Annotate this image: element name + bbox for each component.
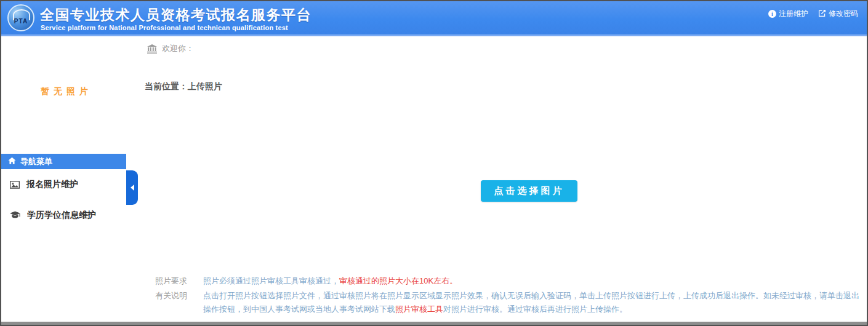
change-password-link[interactable]: 修改密码 bbox=[818, 9, 858, 19]
pta-logo-icon: PTA bbox=[7, 4, 34, 31]
select-image-button[interactable]: 点击选择图片 bbox=[481, 180, 577, 202]
chevron-left-icon bbox=[131, 185, 134, 191]
photo-requirement-text-highlight: 审核通过的照片大小在10K左右。 bbox=[339, 276, 457, 285]
sidebar-item-photo-maintenance[interactable]: 报名照片维护 bbox=[10, 178, 127, 191]
change-password-label: 修改密码 bbox=[829, 9, 858, 19]
register-maintenance-link[interactable]: i 注册维护 bbox=[768, 9, 808, 19]
app-window: PTA 全国专业技术人员资格考试报名服务平台 Service platform … bbox=[0, 0, 868, 326]
sidebar-item-label: 报名照片维护 bbox=[26, 179, 78, 190]
photo-requirement-text: 照片必须通过照片审核工具审核通过，审核通过的照片大小在10K左右。 bbox=[203, 274, 862, 288]
sidebar-item-label: 学历学位信息维护 bbox=[27, 210, 96, 221]
instructions-row: 有关说明 点击打开照片按钮选择照片文件，通过审核照片将在照片显示区域显示照片效果… bbox=[155, 289, 862, 316]
welcome-row: 欢迎你： bbox=[147, 43, 194, 54]
no-photo-placeholder: 暂无照片 bbox=[41, 86, 92, 97]
instructions-label: 有关说明 bbox=[155, 289, 192, 316]
nav-menu-label: 导航菜单 bbox=[20, 156, 52, 167]
notes-section: 照片要求 照片必须通过照片审核工具审核通过，审核通过的照片大小在10K左右。 有… bbox=[155, 274, 862, 317]
photo-icon bbox=[10, 181, 20, 189]
instructions-text-highlight: 照片审核工具 bbox=[395, 304, 443, 314]
photo-requirement-label: 照片要求 bbox=[155, 274, 192, 288]
photo-requirement-text-normal: 照片必须通过照片审核工具审核通过， bbox=[203, 276, 339, 285]
page-subtitle: Service platform for National Profession… bbox=[41, 24, 288, 31]
header-links: i 注册维护 修改密码 bbox=[768, 9, 858, 19]
welcome-label: 欢迎你： bbox=[162, 43, 194, 54]
sidebar-collapse-tab[interactable] bbox=[126, 170, 138, 205]
instructions-text: 点击打开照片按钮选择照片文件，通过审核照片将在照片显示区域显示照片效果，确认无误… bbox=[203, 289, 862, 316]
edit-icon bbox=[818, 9, 826, 19]
nav-menu-header: 导航菜单 bbox=[1, 154, 126, 169]
logo-text: PTA bbox=[14, 18, 28, 25]
page-title: 全国专业技术人员资格考试报名服务平台 bbox=[40, 6, 311, 25]
home-icon bbox=[8, 157, 16, 167]
breadcrumb-current-location: 当前位置：上传照片 bbox=[145, 81, 222, 92]
photo-requirement-row: 照片要求 照片必须通过照片审核工具审核通过，审核通过的照片大小在10K左右。 bbox=[155, 274, 862, 288]
register-maintenance-label: 注册维护 bbox=[779, 9, 808, 19]
bank-icon bbox=[147, 44, 157, 54]
graduation-cap-icon bbox=[10, 211, 20, 220]
info-circle-icon: i bbox=[768, 10, 776, 18]
window-bottom-edge bbox=[1, 322, 867, 325]
sidebar-item-education-maintenance[interactable]: 学历学位信息维护 bbox=[10, 209, 127, 222]
instructions-text-part2: 对照片进行审核。通过审核后再进行照片上传操作。 bbox=[443, 304, 627, 314]
top-header-bar: PTA 全国专业技术人员资格考试报名服务平台 Service platform … bbox=[1, 1, 867, 36]
